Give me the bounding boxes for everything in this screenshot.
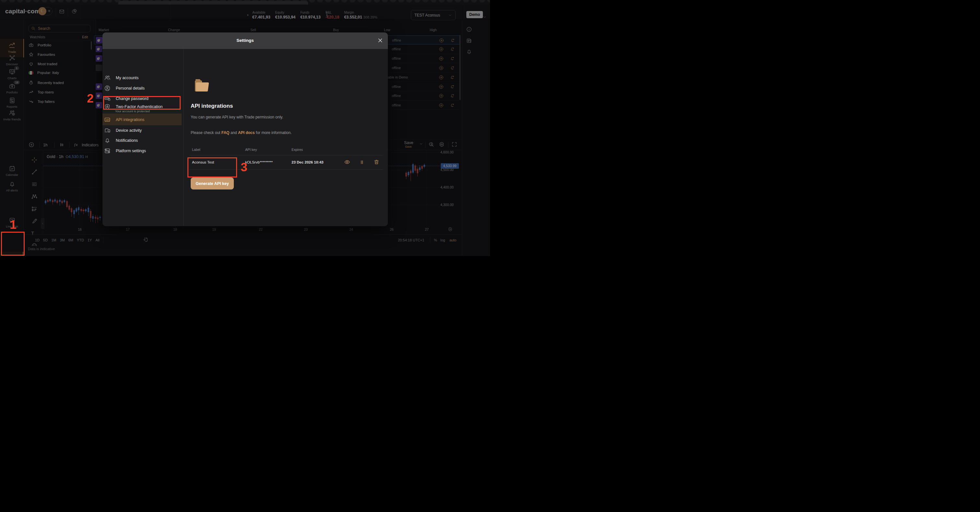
two-factor-subtitle: Your account is protected bbox=[115, 109, 150, 113]
capital-com-app: capital·com ☾ ☀ › Available €7.401,93 Eq… bbox=[0, 0, 490, 256]
nav-my-accounts[interactable]: My accounts bbox=[104, 75, 138, 81]
view-key-icon[interactable] bbox=[344, 159, 350, 165]
key-masked: kOLSrvb********* bbox=[245, 160, 273, 164]
modal-header: Settings bbox=[102, 32, 388, 49]
content-links-line: Please check out FAQ and API docs for mo… bbox=[191, 131, 292, 135]
api-icon: API bbox=[104, 116, 111, 123]
notifications-bell-icon bbox=[104, 137, 111, 144]
nav-api-integrations[interactable]: API API integrations bbox=[104, 116, 144, 123]
delete-key-icon[interactable] bbox=[374, 159, 379, 165]
content-description: You can generate API key with Trade perm… bbox=[191, 115, 283, 120]
person-icon bbox=[104, 85, 111, 91]
content-heading: API integrations bbox=[191, 103, 233, 109]
annotation-box-step2 bbox=[103, 96, 181, 110]
close-icon[interactable] bbox=[377, 38, 383, 43]
key-col-label: Label bbox=[192, 148, 200, 152]
svg-text:API: API bbox=[106, 119, 109, 121]
toggles-icon bbox=[104, 148, 111, 154]
folder-code-icon bbox=[194, 78, 210, 94]
key-col-expires: Expires bbox=[291, 148, 303, 152]
settings-nav: My accounts Personal details Change pass… bbox=[102, 49, 183, 226]
nav-device-activity[interactable]: Device activity bbox=[104, 127, 142, 134]
generate-api-key-button[interactable]: Generate API key bbox=[191, 177, 234, 190]
devices-icon bbox=[104, 127, 111, 134]
annotation-box-step1 bbox=[1, 232, 25, 256]
pause-key-icon[interactable] bbox=[359, 160, 364, 165]
annotation-number-1: 1 bbox=[10, 218, 16, 232]
settings-modal: Settings My accounts Personal details Ch… bbox=[102, 32, 388, 226]
api-docs-link[interactable]: API docs bbox=[238, 131, 255, 135]
annotation-number-2: 2 bbox=[87, 92, 94, 105]
faq-link[interactable]: FAQ bbox=[221, 131, 230, 135]
key-col-apikey: API key bbox=[245, 148, 257, 152]
nav-platform-settings[interactable]: Platform settings bbox=[104, 148, 146, 154]
accounts-icon bbox=[104, 75, 111, 81]
annotation-box-step3 bbox=[188, 157, 237, 177]
api-integrations-content: API integrations You can generate API ke… bbox=[183, 49, 388, 226]
key-expires: 23 Dec 2026 10:43 bbox=[291, 160, 323, 164]
divider bbox=[189, 155, 383, 155]
nav-notifications[interactable]: Notifications bbox=[104, 137, 138, 144]
nav-personal-details[interactable]: Personal details bbox=[104, 85, 145, 91]
modal-title: Settings bbox=[102, 38, 388, 43]
annotation-number-3: 3 bbox=[240, 161, 247, 174]
